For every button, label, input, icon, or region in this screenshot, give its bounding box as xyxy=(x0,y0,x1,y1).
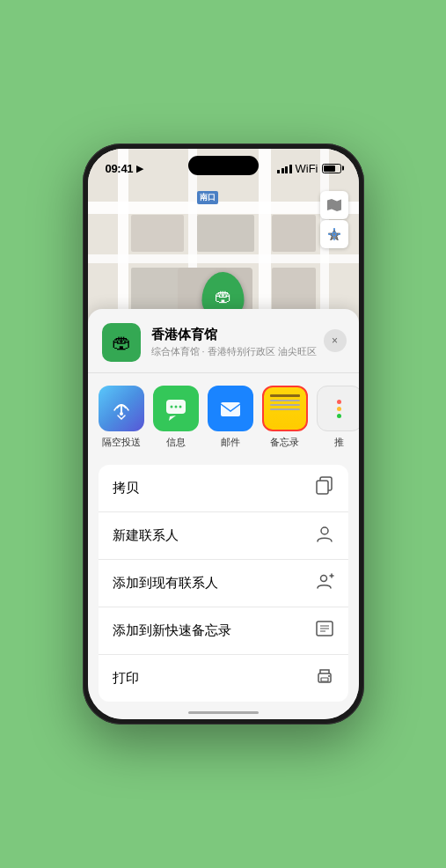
more-icon xyxy=(317,386,359,431)
venue-icon: 🏟 xyxy=(102,323,141,362)
stadium-icon: 🏟 xyxy=(215,286,232,306)
bottom-sheet: 🏟 香港体育馆 综合体育馆 · 香港特别行政区 油尖旺区 × xyxy=(88,309,359,719)
svg-point-29 xyxy=(170,406,172,408)
airdrop-icon xyxy=(99,386,144,431)
map-label-badge: 南口 xyxy=(197,191,218,204)
location-button[interactable] xyxy=(320,220,348,248)
svg-point-31 xyxy=(179,406,181,408)
signal-bars-icon xyxy=(277,164,292,173)
quick-note-icon xyxy=(315,619,334,643)
status-time: 09:41 xyxy=(106,162,134,175)
share-app-mail[interactable]: 邮件 xyxy=(208,386,253,449)
close-button[interactable]: × xyxy=(324,329,347,352)
phone-frame: 09:41 ▶ WiFi xyxy=(83,143,364,725)
action-print-label: 打印 xyxy=(113,670,139,687)
sheet-header: 🏟 香港体育馆 综合体育馆 · 香港特别行政区 油尖旺区 × xyxy=(88,309,359,373)
mail-icon xyxy=(208,386,253,431)
home-indicator xyxy=(188,711,259,714)
dynamic-island xyxy=(188,156,259,175)
svg-point-36 xyxy=(320,576,326,582)
share-app-messages[interactable]: 信息 xyxy=(153,386,199,449)
copy-icon xyxy=(315,476,334,500)
svg-point-35 xyxy=(321,527,328,534)
venue-info: 香港体育馆 综合体育馆 · 香港特别行政区 油尖旺区 xyxy=(151,327,345,358)
svg-rect-1 xyxy=(88,202,359,214)
print-icon xyxy=(315,666,334,690)
notes-icon xyxy=(262,386,308,431)
venue-name: 香港体育馆 xyxy=(151,327,345,343)
notes-label: 备忘录 xyxy=(270,436,299,449)
wifi-icon: WiFi xyxy=(296,162,318,175)
action-print[interactable]: 打印 xyxy=(99,655,348,702)
action-quick-note[interactable]: 添加到新快速备忘录 xyxy=(99,607,348,655)
more-label: 推 xyxy=(334,436,344,449)
action-quick-note-label: 添加到新快速备忘录 xyxy=(113,622,231,639)
action-list: 拷贝 新建联系人 xyxy=(99,465,348,702)
action-copy-label: 拷贝 xyxy=(113,480,139,497)
share-app-notes[interactable]: 备忘录 xyxy=(262,386,308,449)
messages-label: 信息 xyxy=(166,436,186,449)
svg-rect-32 xyxy=(221,402,240,416)
svg-point-27 xyxy=(120,412,123,416)
map-type-button[interactable] xyxy=(320,191,348,219)
battery-icon xyxy=(322,164,341,173)
svg-point-43 xyxy=(328,675,330,677)
share-app-more[interactable]: 推 xyxy=(317,386,359,449)
svg-rect-2 xyxy=(88,254,359,263)
share-apps-row: 隔空投送 信息 xyxy=(88,373,359,458)
svg-rect-12 xyxy=(272,215,316,252)
phone-screen: 09:41 ▶ WiFi xyxy=(88,149,359,719)
svg-point-30 xyxy=(174,406,177,408)
airdrop-label: 隔空投送 xyxy=(102,436,141,449)
location-icon: ▶ xyxy=(136,163,143,174)
mail-label: 邮件 xyxy=(221,436,240,449)
status-icons: WiFi xyxy=(277,162,341,175)
action-add-contact-label: 添加到现有联系人 xyxy=(113,575,218,592)
svg-rect-42 xyxy=(321,678,328,681)
action-copy[interactable]: 拷贝 xyxy=(99,465,348,512)
map-label-area: 南口 xyxy=(197,191,218,204)
map-controls[interactable] xyxy=(320,191,348,248)
svg-rect-34 xyxy=(317,481,328,494)
action-add-contact[interactable]: 添加到现有联系人 xyxy=(99,560,348,607)
action-new-contact-label: 新建联系人 xyxy=(113,527,179,544)
add-contact-icon xyxy=(315,571,334,595)
messages-icon xyxy=(153,386,199,431)
share-app-airdrop[interactable]: 隔空投送 xyxy=(99,386,144,449)
venue-desc: 综合体育馆 · 香港特别行政区 油尖旺区 xyxy=(151,345,345,358)
new-contact-icon xyxy=(315,524,334,548)
svg-rect-10 xyxy=(131,215,184,252)
svg-rect-11 xyxy=(197,215,254,252)
action-new-contact[interactable]: 新建联系人 xyxy=(99,512,348,560)
